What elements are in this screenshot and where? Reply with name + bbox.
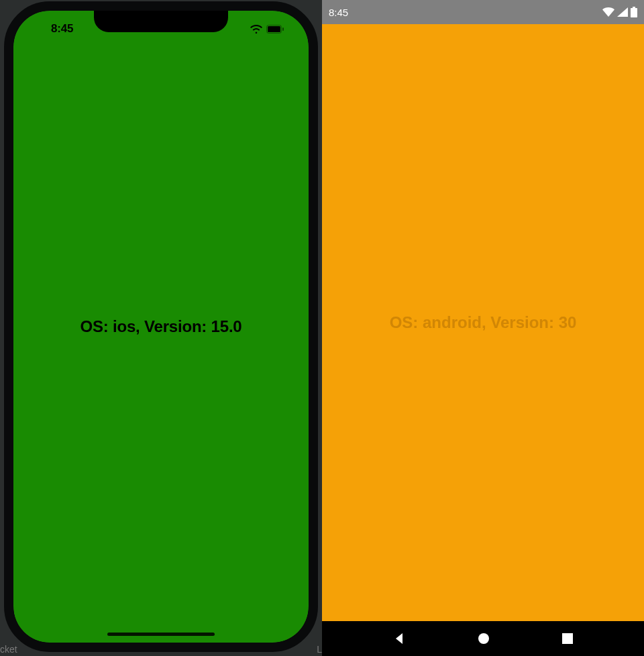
battery-icon bbox=[631, 7, 637, 17]
home-icon[interactable] bbox=[477, 632, 490, 645]
android-screen[interactable]: OS: android, Version: 30 bbox=[322, 24, 644, 621]
ios-status-icons bbox=[250, 25, 287, 34]
svg-rect-1 bbox=[268, 26, 280, 32]
android-nav-bar bbox=[322, 621, 644, 656]
ios-simulator: cket L 8:45 OS: ios, Version: 15.0 bbox=[0, 0, 322, 656]
android-status-bar: 8:45 bbox=[322, 0, 644, 24]
iphone-home-indicator[interactable] bbox=[107, 633, 215, 636]
signal-icon bbox=[617, 7, 628, 17]
svg-rect-2 bbox=[282, 28, 284, 31]
wifi-icon bbox=[602, 7, 614, 17]
background-text-left: cket bbox=[0, 644, 17, 655]
wifi-icon bbox=[250, 25, 262, 34]
android-emulator: 8:45 OS: android, Version: 30 bbox=[322, 0, 644, 656]
android-status-icons bbox=[602, 7, 637, 17]
recent-icon[interactable] bbox=[561, 633, 574, 645]
android-status-time: 8:45 bbox=[329, 7, 348, 18]
svg-rect-4 bbox=[562, 633, 573, 644]
ios-status-time: 8:45 bbox=[35, 22, 73, 36]
ios-status-bar: 8:45 bbox=[13, 19, 309, 39]
ios-os-version-label: OS: ios, Version: 15.0 bbox=[80, 317, 241, 336]
android-os-version-label: OS: android, Version: 30 bbox=[390, 313, 577, 332]
svg-point-3 bbox=[478, 633, 489, 644]
battery-icon bbox=[266, 25, 284, 34]
iphone-screen[interactable]: 8:45 OS: ios, Version: 15.0 bbox=[13, 11, 309, 643]
back-icon[interactable] bbox=[393, 632, 407, 645]
iphone-frame: 8:45 OS: ios, Version: 15.0 bbox=[4, 1, 318, 652]
background-text-right: L bbox=[317, 644, 322, 655]
